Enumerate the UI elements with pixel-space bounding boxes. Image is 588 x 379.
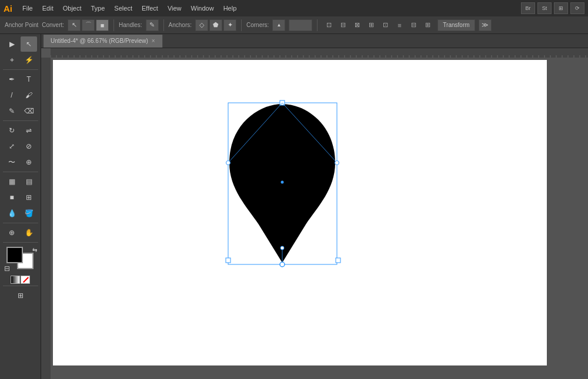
menu-file[interactable]: File <box>18 3 37 14</box>
scale-row: ⤢ ⊘ <box>1 139 39 154</box>
tab-close-btn[interactable]: × <box>152 38 155 44</box>
line-tool[interactable]: / <box>4 88 20 103</box>
gradient-tool[interactable]: ■ <box>4 190 20 205</box>
convert-auto-btn[interactable]: ■ <box>96 19 109 31</box>
shape-row: ↻ ⇌ <box>1 123 39 138</box>
corners-up-btn[interactable]: ▲ <box>272 19 285 31</box>
graph-col-tool[interactable]: ▦ <box>4 174 20 189</box>
extra-options-btn[interactable]: ≫ <box>479 19 492 31</box>
pencil-tool[interactable]: ✎ <box>4 103 20 119</box>
sync-icon-btn[interactable]: ⟳ <box>570 2 584 14</box>
svg-rect-0 <box>41 48 588 58</box>
align-icon7[interactable]: ⊟ <box>407 19 420 31</box>
grid-icon-btn[interactable]: ⊞ <box>554 2 568 14</box>
handle-point-left[interactable] <box>226 161 230 165</box>
warp-row: 〜 ⊕ <box>1 155 39 170</box>
handles-icon-btn[interactable]: ✎ <box>146 19 159 31</box>
menu-help[interactable]: Help <box>219 3 241 14</box>
menu-view[interactable]: View <box>163 3 186 14</box>
anchor-icons: ◇ ⬟ ✦ <box>195 19 236 31</box>
anchor-left[interactable] <box>226 258 230 263</box>
ruler-corner <box>41 48 51 58</box>
menu-window[interactable]: Window <box>187 3 218 14</box>
pencil-row: ✎ ⌫ <box>1 103 39 119</box>
anchor-icon1[interactable]: ◇ <box>195 19 208 31</box>
pen-tool[interactable]: ✒ <box>4 72 20 87</box>
canvas-svg <box>53 60 547 365</box>
align-icon3[interactable]: ⊠ <box>350 19 363 31</box>
type-tool[interactable]: T <box>21 72 37 87</box>
zoom-tool[interactable]: ⊕ <box>4 225 20 240</box>
pen-row: ✒ T <box>1 72 39 87</box>
document-tab[interactable]: Untitled-4* @ 66.67% (RGB/Preview) × <box>44 35 163 48</box>
none-swatch[interactable] <box>21 276 30 284</box>
corners-value-input[interactable]: 0 px <box>289 19 312 31</box>
tab-bar: Untitled-4* @ 66.67% (RGB/Preview) × <box>41 34 588 48</box>
graph-bar-tool[interactable]: ▤ <box>21 174 37 189</box>
center-point <box>281 181 284 184</box>
blend-row: ▦ ▤ <box>1 174 39 189</box>
menu-object[interactable]: Object <box>59 3 86 14</box>
lasso-tool[interactable]: ⌖ <box>4 52 20 68</box>
align-icon2[interactable]: ⊟ <box>336 19 349 31</box>
canvas-wrapper[interactable]: /* ticks */ <box>41 48 588 379</box>
screen-modes-row: ⊞ <box>1 288 39 303</box>
width-tool[interactable]: ⊕ <box>21 155 37 170</box>
paintbrush-tool[interactable]: 🖌 <box>21 88 37 103</box>
convert-corner-btn[interactable]: ↖ <box>68 19 81 31</box>
handle-point-right[interactable] <box>335 161 339 165</box>
transform-button[interactable]: Transform <box>437 19 475 31</box>
options-bar: Anchor Point Convert: ↖ ⌒ ■ Handles: ✎ A… <box>0 16 588 34</box>
align-icon5[interactable]: ⊡ <box>379 19 392 31</box>
stock-icon-btn[interactable]: St <box>537 2 552 14</box>
reflect-tool[interactable]: ⇌ <box>21 123 37 138</box>
align-icon1[interactable]: ⊡ <box>322 19 335 31</box>
eyedropper-tool[interactable]: 💧 <box>4 206 20 221</box>
convert-icons: ↖ ⌒ ■ <box>68 19 109 31</box>
convert-smooth-btn[interactable]: ⌒ <box>82 19 95 31</box>
canvas-area[interactable]: Untitled-4* @ 66.67% (RGB/Preview) × /* … <box>41 34 588 379</box>
shear-tool[interactable]: ⊘ <box>21 139 37 154</box>
change-screen-mode-btn[interactable]: ⊞ <box>12 288 29 303</box>
menu-edit[interactable]: Edit <box>38 3 58 14</box>
ruler-top-svg: /* ticks */ <box>41 48 588 58</box>
menu-type[interactable]: Type <box>87 3 109 14</box>
menu-effect[interactable]: Effect <box>138 3 162 14</box>
anchor-point-label: Anchor Point <box>5 22 38 28</box>
handles-label: Handles: <box>119 22 142 28</box>
magic-wand-tool[interactable]: ⚡ <box>21 52 37 68</box>
toolbar: ▶ ↖ ⌖ ⚡ ✒ T / 🖌 ✎ ⌫ ↻ ⇌ ⤢ ⊘ 〜 <box>0 34 41 379</box>
convert-label: Convert: <box>42 22 64 28</box>
align-icon6[interactable]: ≡ <box>393 19 406 31</box>
direct-select-tool[interactable]: ↖ <box>21 36 37 52</box>
anchor-icon2[interactable]: ⬟ <box>209 19 222 31</box>
menu-select[interactable]: Select <box>110 3 136 14</box>
select-tool[interactable]: ▶ <box>4 36 20 52</box>
warp-tool[interactable]: 〜 <box>4 155 20 170</box>
zoom-row: ⊕ ✋ <box>1 225 39 240</box>
pen-tools-row: ⌖ ⚡ <box>1 52 39 68</box>
eraser-tool[interactable]: ⌫ <box>21 103 37 119</box>
select-tools-row: ▶ ↖ <box>1 36 39 52</box>
anchor-right[interactable] <box>336 258 340 263</box>
line-row: / 🖌 <box>1 88 39 103</box>
anchor-icon3[interactable]: ✦ <box>223 19 236 31</box>
reset-colors-icon[interactable]: ⊟ <box>4 264 10 273</box>
anchors-label: Anchors: <box>169 22 192 28</box>
align-icon8[interactable]: ⊞ <box>421 19 434 31</box>
handle-bottom-ctrl[interactable] <box>280 246 284 250</box>
rotate-tool[interactable]: ↻ <box>4 123 20 138</box>
eyedropper-row: 💧 🪣 <box>1 206 39 221</box>
main-area: ▶ ↖ ⌖ ⚡ ✒ T / 🖌 ✎ ⌫ ↻ ⇌ ⤢ ⊘ 〜 <box>0 34 588 379</box>
foreground-swatch[interactable] <box>6 247 23 263</box>
menu-bar: Ai File Edit Object Type Select Effect V… <box>0 0 588 16</box>
gradient-swatch[interactable] <box>11 276 20 284</box>
paint-bucket-tool[interactable]: 🪣 <box>21 206 37 221</box>
hand-tool[interactable]: ✋ <box>21 225 37 240</box>
align-icon4[interactable]: ⊞ <box>365 19 377 31</box>
anchor-bottom[interactable] <box>280 262 285 267</box>
mesh-tool[interactable]: ⊞ <box>21 190 37 205</box>
color-swatches: ⊟ ⇆ <box>4 247 37 273</box>
bridge-icon-btn[interactable]: Br <box>521 2 535 14</box>
scale-tool[interactable]: ⤢ <box>4 139 20 154</box>
